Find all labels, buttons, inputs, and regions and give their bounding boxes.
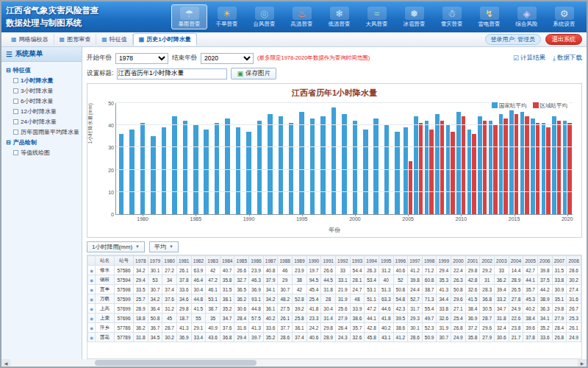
table-row[interactable]: ◉萍乡5778636.236.728.741.329.140.937.631.6… <box>88 323 581 333</box>
table-row[interactable]: ◉莲花5778931.834.530.236.933.443.636.829.4… <box>88 333 581 342</box>
bar-national[interactable] <box>489 121 492 214</box>
sidebar-group-特征值[interactable]: ⊟特征值 <box>6 66 80 74</box>
checkbox-icon[interactable] <box>13 78 18 83</box>
sidebar-item-6小时降水量[interactable]: 6小时降水量 <box>13 97 80 105</box>
checkbox-icon[interactable] <box>13 130 18 135</box>
bar-regional[interactable] <box>514 114 518 214</box>
bar-national[interactable] <box>172 116 176 214</box>
bar-national[interactable] <box>204 130 208 214</box>
bar-national[interactable] <box>279 116 283 214</box>
bar-national[interactable] <box>183 121 187 214</box>
tab-网格编校器[interactable]: ▦网格编校器 <box>6 34 54 45</box>
bar-national[interactable] <box>467 130 471 214</box>
table-row[interactable]: ◉万载5759925.734.237.634.644.853.138.136.2… <box>88 294 581 304</box>
toolbar-button[interactable]: ☃雪灾普查 <box>434 4 470 29</box>
checkbox-icon[interactable] <box>13 119 18 124</box>
aggregation-dropdown[interactable]: 平均 ▼ <box>149 241 179 252</box>
bar-national[interactable] <box>531 118 534 214</box>
bar-national[interactable] <box>342 114 346 214</box>
sidebar-item-等值线绘图[interactable]: 等值线绘图 <box>13 149 80 157</box>
bar-regional[interactable] <box>429 130 433 214</box>
toolbar-button[interactable]: ♨高温普查 <box>284 4 320 29</box>
table-filter-dropdown[interactable]: 1小时降雨(mm) ▼ <box>87 241 145 252</box>
sidebar-item-12小时降水量[interactable]: 12小时降水量 <box>13 107 80 116</box>
toolbar-button[interactable]: ☀干旱普查 <box>209 4 245 29</box>
checkbox-icon[interactable] <box>13 99 18 104</box>
toolbar-button[interactable]: ◎台风普查 <box>246 4 282 29</box>
scrollbar-thumb[interactable] <box>95 360 257 366</box>
bar-regional[interactable] <box>503 118 507 214</box>
bar-national[interactable] <box>499 114 503 214</box>
bar-regional[interactable] <box>440 121 444 214</box>
tab-历史1小时降水量[interactable]: ▦历史1小时降水量 <box>133 33 197 46</box>
tab-特征值[interactable]: ▦特征值 <box>96 34 133 45</box>
bar-national[interactable] <box>425 121 429 214</box>
bar-regional[interactable] <box>546 127 550 214</box>
download-button[interactable]: ⤓ 数据下载 <box>553 54 582 63</box>
bar-national[interactable] <box>331 107 336 214</box>
bar-national[interactable] <box>310 118 315 214</box>
bar-national[interactable] <box>373 118 378 214</box>
toolbar-button[interactable]: ☂暴雨普查 <box>171 4 207 29</box>
table-row[interactable]: ◉上栗5769618.850.84518.7553534.728.457.540… <box>88 314 581 323</box>
bar-national[interactable] <box>414 116 417 214</box>
sidebar-item-历年面雨量平均降水量[interactable]: 历年面雨量平均降水量 <box>13 128 80 136</box>
bar-regional[interactable] <box>451 132 454 214</box>
bar-national[interactable] <box>478 116 481 214</box>
scroll-left-icon[interactable]: ◀ <box>1 359 10 367</box>
bar-national[interactable] <box>225 118 229 214</box>
bar-national[interactable] <box>320 116 325 214</box>
bar-national[interactable] <box>509 110 513 214</box>
sidebar-item-3小时降水量[interactable]: 3小时降水量 <box>13 87 80 95</box>
logout-button[interactable]: 退出系统 <box>545 34 582 45</box>
bar-national[interactable] <box>363 130 368 214</box>
value-cell: 39.7 <box>249 333 264 342</box>
station-name: 莲花 <box>96 333 115 342</box>
table-row[interactable]: ◉上高5769928.936.431.229.841.538.735.230.6… <box>88 304 581 314</box>
bar-national[interactable] <box>395 132 399 214</box>
bar-national[interactable] <box>404 127 407 214</box>
table-row[interactable]: ◉铜鼓5759429.4533437.846.447.235.832.746.3… <box>88 275 581 285</box>
bar-national[interactable] <box>353 121 357 214</box>
horizontal-scrollbar[interactable]: ◀ ▶ <box>1 359 587 367</box>
toolbar-button[interactable]: ⚙系统设置 <box>546 4 582 29</box>
save-image-button[interactable]: ▣ 保存图片 <box>231 68 276 79</box>
bar-national[interactable] <box>563 121 567 214</box>
bar-national[interactable] <box>151 136 155 214</box>
tab-图形审查[interactable]: ▦图形审查 <box>54 34 97 45</box>
sidebar-group-产品绘制[interactable]: ⊟产品绘制 <box>6 138 80 146</box>
bar-national[interactable] <box>435 114 439 214</box>
chart-title-input[interactable] <box>117 68 227 79</box>
checkbox-icon[interactable] <box>13 150 18 155</box>
bar-national[interactable] <box>236 127 240 214</box>
sidebar-item-24小时降水量[interactable]: 24小时降水量 <box>13 118 80 126</box>
scroll-right-icon[interactable]: ▶ <box>578 359 587 367</box>
bar-national[interactable] <box>552 116 556 214</box>
table-row[interactable]: ◉修水5758634.230.127.226.163.94240.726.623… <box>88 266 581 275</box>
table-row[interactable]: ◉宜丰5759833.530.737.433.630.446.131.536.5… <box>88 285 581 294</box>
bar-regional[interactable] <box>483 121 487 214</box>
toolbar-button[interactable]: ≈大风普查 <box>359 4 395 29</box>
scrollbar-track[interactable] <box>10 359 578 367</box>
bar-national[interactable] <box>129 130 134 214</box>
checkbox-icon[interactable] <box>13 109 18 114</box>
toolbar-button[interactable]: ↯雷电普查 <box>471 4 507 29</box>
start-year-select[interactable]: 1978 <box>115 53 168 64</box>
bar-regional[interactable] <box>525 116 528 214</box>
bar-national[interactable] <box>268 114 272 214</box>
bar-national[interactable] <box>246 132 251 214</box>
bar-national[interactable] <box>456 112 460 214</box>
toolbar-button[interactable]: ❄低温普查 <box>321 4 357 29</box>
bar-national[interactable] <box>299 112 304 214</box>
toolbar-button[interactable]: ❅冰雹普查 <box>396 4 432 29</box>
checkbox-icon[interactable] <box>13 88 18 93</box>
bar-national[interactable] <box>520 112 524 214</box>
end-year-select[interactable]: 2020 <box>201 53 254 64</box>
toolbar-button[interactable]: ◈综合风险 <box>509 4 545 29</box>
bar-national[interactable] <box>162 127 166 214</box>
calculate-button[interactable]: ☑ 计算结果 <box>513 54 545 63</box>
bar-national[interactable] <box>257 121 262 214</box>
bar-regional[interactable] <box>557 121 561 214</box>
sidebar-item-1小时降水量[interactable]: 1小时降水量 <box>13 77 80 85</box>
bar-regional[interactable] <box>462 116 465 214</box>
